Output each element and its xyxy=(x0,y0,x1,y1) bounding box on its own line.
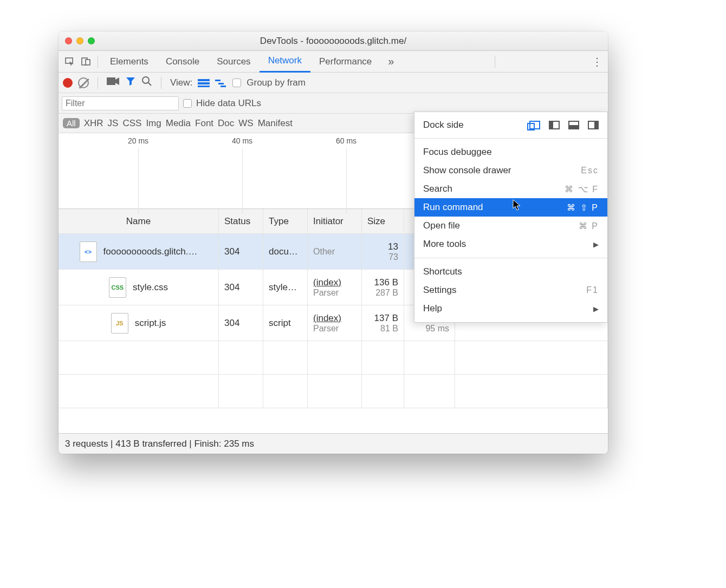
device-toggle-icon[interactable] xyxy=(78,54,94,70)
table-row xyxy=(59,341,608,375)
tab-network[interactable]: Network xyxy=(260,51,310,73)
svg-rect-0 xyxy=(66,58,73,63)
menu-item-run-command[interactable]: Run command⌘ ⇧ P xyxy=(414,198,607,217)
dock-left-icon[interactable] xyxy=(549,121,560,129)
type-filter-css[interactable]: CSS xyxy=(122,118,141,129)
menu-item-more-tools[interactable]: More tools▶ xyxy=(414,235,607,253)
type-filter-doc[interactable]: Doc xyxy=(218,118,234,129)
col-size[interactable]: Size xyxy=(362,209,404,233)
dock-side-label: Dock side xyxy=(423,120,464,130)
col-status[interactable]: Status xyxy=(219,209,263,233)
waterfall-icon[interactable] xyxy=(215,79,227,87)
type-filter-ws[interactable]: WS xyxy=(238,118,253,129)
tab-console[interactable]: Console xyxy=(157,51,208,73)
cursor-icon xyxy=(513,199,522,214)
menu-item-open-file[interactable]: Open file⌘ P xyxy=(414,217,607,235)
type-filter-js[interactable]: JS xyxy=(108,118,119,129)
group-label: Group by fram xyxy=(247,77,306,88)
menu-item-focus-debuggee[interactable]: Focus debuggee xyxy=(414,143,607,161)
tab-performance[interactable]: Performance xyxy=(310,51,380,73)
panel-tabs: ElementsConsoleSourcesNetworkPerformance… xyxy=(59,51,608,73)
tab-sources[interactable]: Sources xyxy=(208,51,259,73)
table-row xyxy=(59,375,608,408)
svg-point-4 xyxy=(142,77,149,83)
view-label: View: xyxy=(170,77,192,88)
devtools-window: DevTools - fooooooooods.glitch.me/ Eleme… xyxy=(59,31,608,454)
hide-data-urls-label: Hide data URLs xyxy=(196,98,261,109)
filter-row: Hide data URLs xyxy=(59,93,608,114)
filter-icon[interactable] xyxy=(125,76,136,89)
menu-item-settings[interactable]: SettingsF1 xyxy=(414,281,607,299)
svg-rect-2 xyxy=(86,60,90,65)
hide-data-urls-checkbox[interactable] xyxy=(183,99,192,108)
svg-rect-6 xyxy=(198,79,210,81)
menu-item-search[interactable]: Search⌘ ⌥ F xyxy=(414,180,607,198)
large-rows-icon[interactable] xyxy=(198,79,210,87)
svg-rect-11 xyxy=(221,86,226,87)
svg-line-5 xyxy=(148,83,151,86)
search-icon[interactable] xyxy=(141,76,152,89)
menu-item-help[interactable]: Help▶ xyxy=(414,299,607,318)
col-type[interactable]: Type xyxy=(263,209,308,233)
tab-elements[interactable]: Elements xyxy=(101,51,157,73)
svg-rect-9 xyxy=(215,80,221,81)
dock-bottom-icon[interactable] xyxy=(568,121,579,129)
type-filter-all[interactable]: All xyxy=(63,118,80,128)
kebab-menu-icon[interactable]: ⋮ xyxy=(592,55,602,68)
main-menu: Dock side Focus debuggeeShow console dra… xyxy=(414,112,608,323)
dock-right-icon[interactable] xyxy=(588,121,599,129)
inspect-icon[interactable] xyxy=(62,54,78,70)
network-toolbar: View: Group by fram xyxy=(59,73,608,93)
titlebar: DevTools - fooooooooods.glitch.me/ xyxy=(59,31,608,51)
col-initiator[interactable]: Initiator xyxy=(308,209,362,233)
status-bar: 3 requests | 413 B transferred | Finish:… xyxy=(59,433,608,454)
clear-button[interactable] xyxy=(78,77,89,88)
dock-undock-icon[interactable] xyxy=(529,121,540,129)
type-filter-img[interactable]: Img xyxy=(146,118,161,129)
type-filter-media[interactable]: Media xyxy=(166,118,191,129)
svg-rect-10 xyxy=(218,83,224,84)
filter-input[interactable] xyxy=(62,96,179,110)
window-title: DevTools - fooooooooods.glitch.me/ xyxy=(59,36,608,47)
timeline-tick: 20 ms xyxy=(128,136,148,145)
menu-item-shortcuts[interactable]: Shortcuts xyxy=(414,263,607,281)
timeline-tick: 60 ms xyxy=(336,136,356,145)
svg-rect-3 xyxy=(107,77,115,85)
svg-rect-8 xyxy=(198,86,210,87)
menu-item-show-console-drawer[interactable]: Show console drawerEsc xyxy=(414,161,607,180)
more-tabs-icon[interactable]: » xyxy=(380,55,401,68)
type-filter-font[interactable]: Font xyxy=(195,118,213,129)
record-button[interactable] xyxy=(63,78,73,88)
group-checkbox[interactable] xyxy=(232,79,241,87)
svg-rect-7 xyxy=(198,82,210,84)
camera-icon[interactable] xyxy=(107,76,120,89)
type-filter-manifest[interactable]: Manifest xyxy=(258,118,293,129)
timeline-tick: 40 ms xyxy=(232,136,252,145)
type-filter-xhr[interactable]: XHR xyxy=(84,118,103,129)
status-text: 3 requests | 413 B transferred | Finish:… xyxy=(65,439,254,449)
